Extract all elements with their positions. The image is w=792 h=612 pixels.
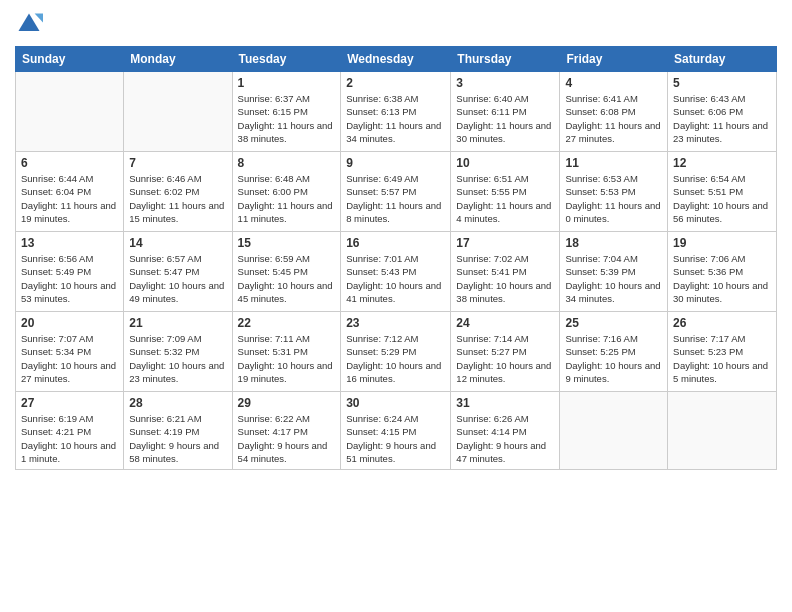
calendar-header: SundayMondayTuesdayWednesdayThursdayFrid… — [16, 47, 777, 72]
calendar-cell: 21Sunrise: 7:09 AM Sunset: 5:32 PM Dayli… — [124, 312, 232, 392]
calendar-cell: 19Sunrise: 7:06 AM Sunset: 5:36 PM Dayli… — [668, 232, 777, 312]
calendar-cell — [124, 72, 232, 152]
day-info: Sunrise: 6:26 AM Sunset: 4:14 PM Dayligh… — [456, 412, 554, 465]
day-info: Sunrise: 7:01 AM Sunset: 5:43 PM Dayligh… — [346, 252, 445, 305]
calendar-cell: 1Sunrise: 6:37 AM Sunset: 6:15 PM Daylig… — [232, 72, 341, 152]
day-number: 31 — [456, 396, 554, 410]
day-number: 16 — [346, 236, 445, 250]
day-info: Sunrise: 7:02 AM Sunset: 5:41 PM Dayligh… — [456, 252, 554, 305]
day-info: Sunrise: 7:16 AM Sunset: 5:25 PM Dayligh… — [565, 332, 662, 385]
logo — [15, 10, 47, 38]
day-number: 2 — [346, 76, 445, 90]
weekday-header: Friday — [560, 47, 668, 72]
weekday-header: Thursday — [451, 47, 560, 72]
weekday-header: Saturday — [668, 47, 777, 72]
svg-marker-1 — [35, 14, 43, 23]
day-number: 28 — [129, 396, 226, 410]
logo-icon — [15, 10, 43, 38]
calendar-cell: 20Sunrise: 7:07 AM Sunset: 5:34 PM Dayli… — [16, 312, 124, 392]
day-info: Sunrise: 6:51 AM Sunset: 5:55 PM Dayligh… — [456, 172, 554, 225]
day-number: 23 — [346, 316, 445, 330]
day-number: 8 — [238, 156, 336, 170]
calendar-cell: 3Sunrise: 6:40 AM Sunset: 6:11 PM Daylig… — [451, 72, 560, 152]
day-info: Sunrise: 6:24 AM Sunset: 4:15 PM Dayligh… — [346, 412, 445, 465]
calendar-cell: 15Sunrise: 6:59 AM Sunset: 5:45 PM Dayli… — [232, 232, 341, 312]
day-number: 12 — [673, 156, 771, 170]
day-number: 17 — [456, 236, 554, 250]
day-info: Sunrise: 6:19 AM Sunset: 4:21 PM Dayligh… — [21, 412, 118, 465]
day-info: Sunrise: 6:22 AM Sunset: 4:17 PM Dayligh… — [238, 412, 336, 465]
calendar-cell: 27Sunrise: 6:19 AM Sunset: 4:21 PM Dayli… — [16, 392, 124, 470]
svg-marker-0 — [19, 14, 40, 32]
calendar-cell: 23Sunrise: 7:12 AM Sunset: 5:29 PM Dayli… — [341, 312, 451, 392]
header — [15, 10, 777, 38]
calendar-cell: 10Sunrise: 6:51 AM Sunset: 5:55 PM Dayli… — [451, 152, 560, 232]
day-number: 27 — [21, 396, 118, 410]
day-number: 20 — [21, 316, 118, 330]
calendar-cell: 9Sunrise: 6:49 AM Sunset: 5:57 PM Daylig… — [341, 152, 451, 232]
calendar-cell — [668, 392, 777, 470]
calendar-week-row: 6Sunrise: 6:44 AM Sunset: 6:04 PM Daylig… — [16, 152, 777, 232]
day-number: 24 — [456, 316, 554, 330]
day-number: 1 — [238, 76, 336, 90]
calendar-cell: 31Sunrise: 6:26 AM Sunset: 4:14 PM Dayli… — [451, 392, 560, 470]
calendar-week-row: 27Sunrise: 6:19 AM Sunset: 4:21 PM Dayli… — [16, 392, 777, 470]
calendar-cell — [16, 72, 124, 152]
day-number: 18 — [565, 236, 662, 250]
calendar-cell: 13Sunrise: 6:56 AM Sunset: 5:49 PM Dayli… — [16, 232, 124, 312]
day-info: Sunrise: 7:11 AM Sunset: 5:31 PM Dayligh… — [238, 332, 336, 385]
day-number: 30 — [346, 396, 445, 410]
day-info: Sunrise: 6:37 AM Sunset: 6:15 PM Dayligh… — [238, 92, 336, 145]
day-info: Sunrise: 6:57 AM Sunset: 5:47 PM Dayligh… — [129, 252, 226, 305]
day-number: 19 — [673, 236, 771, 250]
calendar-cell: 26Sunrise: 7:17 AM Sunset: 5:23 PM Dayli… — [668, 312, 777, 392]
calendar-cell: 25Sunrise: 7:16 AM Sunset: 5:25 PM Dayli… — [560, 312, 668, 392]
day-info: Sunrise: 6:49 AM Sunset: 5:57 PM Dayligh… — [346, 172, 445, 225]
calendar: SundayMondayTuesdayWednesdayThursdayFrid… — [15, 46, 777, 470]
calendar-cell: 8Sunrise: 6:48 AM Sunset: 6:00 PM Daylig… — [232, 152, 341, 232]
calendar-cell: 29Sunrise: 6:22 AM Sunset: 4:17 PM Dayli… — [232, 392, 341, 470]
day-info: Sunrise: 6:59 AM Sunset: 5:45 PM Dayligh… — [238, 252, 336, 305]
calendar-week-row: 20Sunrise: 7:07 AM Sunset: 5:34 PM Dayli… — [16, 312, 777, 392]
weekday-header: Wednesday — [341, 47, 451, 72]
calendar-week-row: 1Sunrise: 6:37 AM Sunset: 6:15 PM Daylig… — [16, 72, 777, 152]
day-info: Sunrise: 7:04 AM Sunset: 5:39 PM Dayligh… — [565, 252, 662, 305]
calendar-cell: 18Sunrise: 7:04 AM Sunset: 5:39 PM Dayli… — [560, 232, 668, 312]
weekday-header: Monday — [124, 47, 232, 72]
calendar-cell: 16Sunrise: 7:01 AM Sunset: 5:43 PM Dayli… — [341, 232, 451, 312]
day-number: 13 — [21, 236, 118, 250]
day-number: 7 — [129, 156, 226, 170]
day-number: 14 — [129, 236, 226, 250]
calendar-cell: 24Sunrise: 7:14 AM Sunset: 5:27 PM Dayli… — [451, 312, 560, 392]
day-info: Sunrise: 6:41 AM Sunset: 6:08 PM Dayligh… — [565, 92, 662, 145]
day-number: 3 — [456, 76, 554, 90]
day-info: Sunrise: 6:21 AM Sunset: 4:19 PM Dayligh… — [129, 412, 226, 465]
weekday-header: Sunday — [16, 47, 124, 72]
calendar-body: 1Sunrise: 6:37 AM Sunset: 6:15 PM Daylig… — [16, 72, 777, 470]
weekday-header: Tuesday — [232, 47, 341, 72]
day-info: Sunrise: 6:53 AM Sunset: 5:53 PM Dayligh… — [565, 172, 662, 225]
day-number: 22 — [238, 316, 336, 330]
calendar-cell: 17Sunrise: 7:02 AM Sunset: 5:41 PM Dayli… — [451, 232, 560, 312]
day-number: 4 — [565, 76, 662, 90]
day-number: 5 — [673, 76, 771, 90]
calendar-cell: 30Sunrise: 6:24 AM Sunset: 4:15 PM Dayli… — [341, 392, 451, 470]
day-info: Sunrise: 6:48 AM Sunset: 6:00 PM Dayligh… — [238, 172, 336, 225]
day-number: 25 — [565, 316, 662, 330]
calendar-cell: 5Sunrise: 6:43 AM Sunset: 6:06 PM Daylig… — [668, 72, 777, 152]
calendar-cell: 7Sunrise: 6:46 AM Sunset: 6:02 PM Daylig… — [124, 152, 232, 232]
calendar-cell — [560, 392, 668, 470]
day-info: Sunrise: 7:17 AM Sunset: 5:23 PM Dayligh… — [673, 332, 771, 385]
day-info: Sunrise: 6:54 AM Sunset: 5:51 PM Dayligh… — [673, 172, 771, 225]
day-info: Sunrise: 6:43 AM Sunset: 6:06 PM Dayligh… — [673, 92, 771, 145]
day-number: 10 — [456, 156, 554, 170]
day-number: 21 — [129, 316, 226, 330]
day-info: Sunrise: 6:40 AM Sunset: 6:11 PM Dayligh… — [456, 92, 554, 145]
day-number: 6 — [21, 156, 118, 170]
day-info: Sunrise: 7:07 AM Sunset: 5:34 PM Dayligh… — [21, 332, 118, 385]
day-info: Sunrise: 7:06 AM Sunset: 5:36 PM Dayligh… — [673, 252, 771, 305]
day-info: Sunrise: 7:14 AM Sunset: 5:27 PM Dayligh… — [456, 332, 554, 385]
day-number: 26 — [673, 316, 771, 330]
day-info: Sunrise: 6:38 AM Sunset: 6:13 PM Dayligh… — [346, 92, 445, 145]
day-info: Sunrise: 7:12 AM Sunset: 5:29 PM Dayligh… — [346, 332, 445, 385]
